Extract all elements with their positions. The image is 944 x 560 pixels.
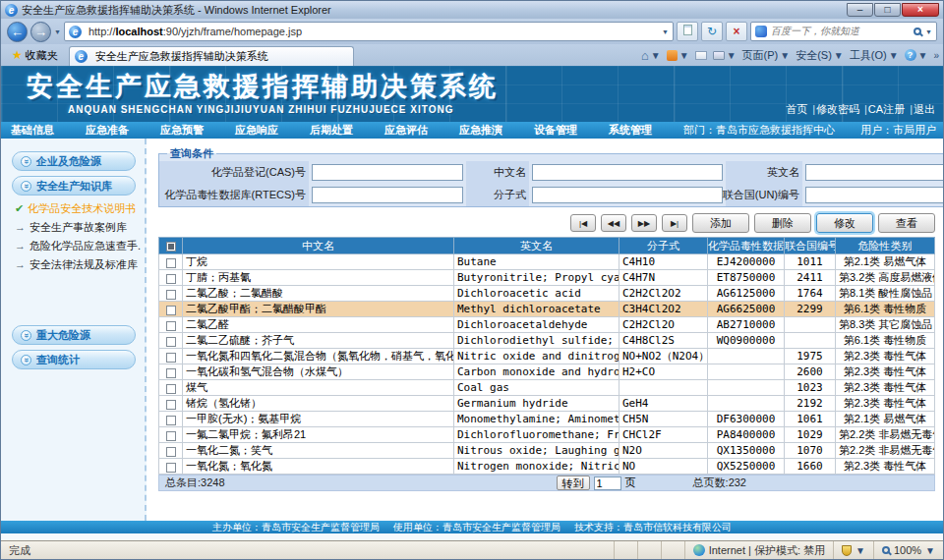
nav-item[interactable]: 应急准备 — [86, 123, 129, 138]
table-row[interactable]: 丁腈；丙基氰Butyronitrile; Propyl cyanideC4H7N… — [159, 270, 935, 286]
close-button[interactable]: × — [902, 3, 939, 17]
select-all-checkbox[interactable] — [166, 242, 176, 252]
add-button[interactable]: 添加 — [692, 213, 749, 233]
row-checkbox[interactable] — [166, 290, 176, 300]
table-row[interactable]: 一氟二氯甲烷；氟利昂21Dichlorofluoromethane; Freon… — [159, 427, 935, 443]
last-page-button[interactable]: ▶| — [662, 214, 687, 232]
row-checkbox[interactable] — [166, 274, 176, 284]
cell-english-name: Dichlorodiethyl sulfide; Mustard gas — [454, 333, 620, 349]
table-row[interactable]: 一氧化碳和氢气混合物（水煤气）Carbon monoxide and hydro… — [159, 364, 935, 380]
help-menu[interactable]: ?▼ — [905, 49, 928, 61]
read-mail-button[interactable] — [695, 51, 707, 60]
zoom-control[interactable]: 100% ▼ — [873, 541, 943, 559]
help-dropdown-icon: ▼ — [918, 50, 928, 61]
feeds-button[interactable]: ▼ — [667, 50, 689, 61]
tab-active[interactable]: 安全生产应急救援指挥辅助决策系统 — [69, 46, 354, 66]
rtecs-input[interactable] — [312, 187, 463, 203]
sidebar-item[interactable]: →安全生产事故案例库 — [15, 218, 141, 237]
safety-menu[interactable]: 安全(S)▼ — [796, 48, 844, 63]
minimize-button[interactable]: – — [847, 3, 873, 17]
stop-button[interactable]: × — [726, 22, 747, 41]
nav-item[interactable]: 设备管理 — [534, 123, 577, 138]
table-row[interactable]: 丁烷ButaneC4H10EJ42000001011第2.1类 易燃气体 — [159, 254, 935, 270]
main-panel: 查询条件 化学品登记(CAS)号 中文名 英文名 危险性类别 --请选择-- ▼ — [147, 139, 943, 521]
sidebar-group-1[interactable]: 安全生产知识库 — [12, 176, 136, 196]
history-dropdown-icon[interactable]: ▼ — [54, 28, 61, 35]
header-link-3[interactable]: 退出 — [914, 103, 935, 115]
header-link-0[interactable]: 首页 — [786, 103, 807, 115]
maximize-button[interactable]: □ — [874, 3, 901, 17]
row-checkbox-cell — [159, 333, 183, 349]
sidebar-group-2[interactable]: 重大危险源 — [12, 325, 136, 345]
table-row[interactable]: 锗烷（氢化锗）Germanium hydrideGeH42192第2.3类 毒性… — [159, 396, 935, 412]
row-checkbox[interactable] — [166, 416, 176, 425]
chinese-name-input[interactable] — [532, 164, 723, 181]
row-checkbox[interactable] — [166, 353, 176, 363]
view-button[interactable]: 查看 — [878, 213, 935, 233]
un-number-input[interactable] — [805, 187, 943, 203]
table-row[interactable]: 一甲胺(无水)；氨基甲烷Monomethylamine; Aminomethan… — [159, 412, 935, 427]
compatibility-view-button[interactable] — [677, 22, 698, 41]
sidebar-item[interactable]: →安全法律法规及标准库 — [15, 255, 141, 274]
prev-page-button[interactable]: ◀◀ — [601, 214, 626, 232]
page-number-input[interactable] — [594, 476, 621, 490]
search-icon[interactable] — [914, 28, 921, 35]
print-button[interactable]: ▼ — [713, 50, 737, 61]
row-checkbox[interactable] — [166, 400, 176, 410]
nav-item[interactable]: 应急评估 — [384, 123, 428, 138]
row-checkbox[interactable] — [166, 337, 176, 347]
delete-button[interactable]: 删除 — [754, 213, 811, 233]
sidebar-group-3[interactable]: 查询统计 — [12, 350, 136, 369]
formula-input[interactable] — [532, 187, 723, 203]
command-overflow-icon[interactable]: » — [933, 50, 939, 61]
search-box[interactable]: 百度一下，你就知道 ▼ — [750, 22, 937, 41]
protected-mode-button[interactable]: ▼ — [833, 541, 873, 559]
row-checkbox[interactable] — [166, 258, 176, 268]
search-dropdown-icon[interactable]: ▼ — [925, 28, 932, 35]
row-checkbox[interactable] — [166, 431, 176, 441]
forward-button[interactable]: → — [30, 22, 51, 42]
page-menu[interactable]: 页面(P)▼ — [742, 48, 791, 63]
cas-input[interactable] — [312, 164, 463, 181]
first-page-button[interactable]: |◀ — [570, 214, 596, 232]
sidebar-item[interactable]: →危险化学品应急速查手... — [15, 237, 141, 255]
table-row[interactable]: 一氧化氮；氧化氮Nitrogen monoxide; Nitric oxideN… — [159, 459, 935, 475]
nav-item[interactable]: 基础信息 — [11, 123, 54, 138]
table-row[interactable]: 一氧化二氮；笑气Nitrous oxide; Laughing gasN2OQX… — [159, 443, 935, 459]
nav-item[interactable]: 应急预警 — [160, 123, 204, 138]
nav-item[interactable]: 应急响应 — [235, 123, 278, 138]
row-checkbox[interactable] — [166, 447, 176, 457]
next-page-button[interactable]: ▶▶ — [631, 214, 657, 232]
table-row[interactable]: 二氯二乙硫醚；芥子气Dichlorodiethyl sulfide; Musta… — [159, 333, 935, 349]
table-row[interactable]: 二氯乙酸甲酯；二氯醋酸甲酯Methyl dichloroacetateC3H4C… — [159, 302, 935, 317]
row-checkbox[interactable] — [166, 368, 176, 378]
cell-chinese-name: 二氯乙醛 — [183, 317, 454, 333]
row-checkbox[interactable] — [166, 321, 176, 331]
refresh-button[interactable]: ↻ — [701, 22, 723, 41]
favorites-button[interactable]: ★ 收藏夹 — [5, 45, 65, 66]
goto-page-button[interactable]: 转到 — [557, 476, 590, 490]
table-row[interactable]: 二氯乙酸；二氯醋酸Dichloroacetic acidC2H2Cl2O2AG6… — [159, 286, 935, 302]
header-link-1[interactable]: 修改密码 — [816, 103, 859, 115]
back-button[interactable]: ← — [7, 22, 28, 42]
nav-item[interactable]: 应急推演 — [459, 123, 502, 138]
row-checkbox[interactable] — [166, 384, 176, 394]
address-dropdown-icon[interactable]: ▼ — [662, 28, 669, 35]
address-bar[interactable]: http://localhost:90/yjzh/frame/homepage.… — [64, 22, 674, 41]
home-button[interactable]: ⌂▼ — [641, 48, 661, 63]
row-checkbox[interactable] — [166, 463, 176, 473]
english-name-input[interactable] — [805, 164, 943, 181]
row-checkbox-cell — [159, 270, 183, 286]
nav-item[interactable]: 后期处置 — [310, 123, 353, 138]
tools-menu[interactable]: 工具(O)▼ — [850, 48, 899, 63]
header-link-2[interactable]: CA注册 — [868, 103, 905, 115]
row-checkbox[interactable] — [166, 306, 176, 315]
sidebar-group-0[interactable]: 企业及危险源 — [12, 151, 136, 171]
zone-label: Internet | 保护模式: 禁用 — [709, 543, 825, 558]
table-row[interactable]: 一氧化氮和四氧化二氮混合物（氮氧化物，硝基气，氧化氮气体）Nitric oxid… — [159, 349, 935, 364]
modify-button[interactable]: 修改 — [816, 213, 873, 233]
table-row[interactable]: 煤气Coal gas1023第2.3类 毒性气体 — [159, 380, 935, 396]
table-row[interactable]: 二氯乙醛DichloroacetaldehydeC2H2Cl2OAB271000… — [159, 317, 935, 333]
nav-item[interactable]: 系统管理 — [609, 123, 652, 138]
sidebar-item[interactable]: ✔化学品安全技术说明书 — [15, 199, 141, 218]
